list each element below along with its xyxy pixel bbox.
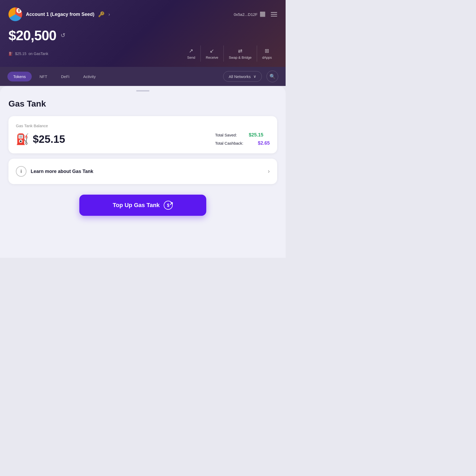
send-button[interactable]: ↗ Send bbox=[182, 45, 200, 62]
address-badge[interactable]: 0x5a2...D12F ⬜ bbox=[234, 11, 266, 17]
sheet-handle bbox=[136, 90, 149, 91]
gas-balance: $25.15 bbox=[15, 52, 26, 56]
balance-right: Total Saved: $25.15 Total Cashback: $2.6… bbox=[215, 132, 270, 146]
swap-bridge-button[interactable]: ⇄ Swap & Bridge bbox=[223, 45, 257, 62]
account-right: 0x5a2...D12F ⬜ bbox=[234, 11, 277, 17]
svg-text:$: $ bbox=[167, 203, 169, 208]
receive-button[interactable]: ↙ Receive bbox=[200, 45, 223, 62]
coin-cashback-icon: $ bbox=[163, 200, 173, 210]
balance-left: ⛽ $25.15 bbox=[16, 133, 65, 145]
search-button[interactable]: 🔍 bbox=[267, 71, 278, 82]
receive-icon: ↙ bbox=[210, 48, 214, 54]
tab-nft[interactable]: NFT bbox=[34, 72, 53, 81]
networks-label: All Networks bbox=[229, 74, 251, 79]
send-icon: ↗ bbox=[189, 48, 193, 54]
hamburger-line-2 bbox=[271, 14, 277, 15]
chevron-right-icon: › bbox=[108, 12, 110, 17]
chevron-down-icon: ∨ bbox=[253, 74, 256, 79]
avatar: 🦉 bbox=[8, 7, 22, 21]
balance-card-inner: ⛽ $25.15 Total Saved: $25.15 Total Cashb… bbox=[16, 132, 270, 146]
learn-left: i Learn more about Gas Tank bbox=[16, 166, 93, 177]
topup-gas-tank-button[interactable]: Top Up Gas Tank $ bbox=[79, 195, 206, 216]
total-saved-label: Total Saved: bbox=[215, 133, 237, 137]
total-saved-row: Total Saved: $25.15 bbox=[215, 132, 270, 138]
refresh-icon[interactable]: ↺ bbox=[61, 32, 65, 39]
gas-info: ⛽ $25.15 on GasTank bbox=[8, 52, 48, 56]
address-text: 0x5a2...D12F bbox=[234, 12, 258, 17]
balance-row: $20,500 ↺ bbox=[8, 28, 277, 43]
total-saved-value: $25.15 bbox=[242, 132, 263, 138]
account-name: Account 1 (Legacy from Seed) bbox=[26, 12, 94, 17]
receive-label: Receive bbox=[206, 56, 218, 59]
total-cashback-label: Total Cashback: bbox=[215, 141, 243, 145]
swap-icon: ⇄ bbox=[238, 48, 242, 54]
tab-tokens[interactable]: Tokens bbox=[7, 72, 32, 81]
copy-icon: ⬜ bbox=[260, 11, 266, 17]
learn-more-text: Learn more about Gas Tank bbox=[31, 169, 93, 174]
key-icon: 🔑 bbox=[98, 11, 105, 17]
avatar-owl: 🦉 bbox=[16, 8, 22, 13]
total-cashback-value: $2.65 bbox=[249, 140, 270, 146]
tabs-row: Tokens NFT DeFi Activity All Networks ∨ … bbox=[0, 67, 286, 86]
action-buttons: ↗ Send ↙ Receive ⇄ Swap & Bridge ⊞ dApps bbox=[182, 45, 277, 62]
balance-card-label: Gas Tank Balance bbox=[16, 123, 270, 128]
tab-defi[interactable]: DeFi bbox=[55, 72, 75, 81]
gas-tank-balance-value: $25.15 bbox=[33, 133, 65, 145]
info-icon: i bbox=[16, 166, 26, 177]
gas-pump-small-icon: ⛽ bbox=[8, 52, 13, 56]
account-left: 🦉 Account 1 (Legacy from Seed) 🔑 › bbox=[8, 7, 110, 21]
topup-label: Top Up Gas Tank bbox=[113, 202, 160, 209]
bottom-sheet: Gas Tank Gas Tank Balance ⛽ $25.15 Total… bbox=[0, 86, 286, 258]
search-icon: 🔍 bbox=[269, 74, 275, 79]
dapps-label: dApps bbox=[262, 56, 272, 59]
portfolio-balance: $20,500 bbox=[8, 28, 56, 43]
gas-pump-icon: ⛽ bbox=[16, 133, 29, 145]
gas-tank-balance-card: Gas Tank Balance ⛽ $25.15 Total Saved: $… bbox=[8, 116, 277, 153]
chevron-right-icon: › bbox=[268, 168, 270, 175]
page-title: Gas Tank bbox=[8, 99, 277, 109]
gas-label: on GasTank bbox=[29, 52, 48, 56]
dapps-icon: ⊞ bbox=[265, 48, 269, 54]
actions-row: ⛽ $25.15 on GasTank ↗ Send ↙ Receive ⇄ S… bbox=[8, 45, 277, 62]
hamburger-menu[interactable] bbox=[271, 12, 277, 16]
account-row: 🦉 Account 1 (Legacy from Seed) 🔑 › 0x5a2… bbox=[8, 7, 277, 21]
networks-dropdown[interactable]: All Networks ∨ bbox=[223, 71, 262, 82]
hamburger-line-1 bbox=[271, 12, 277, 13]
learn-more-card[interactable]: i Learn more about Gas Tank › bbox=[8, 159, 277, 184]
hamburger-line-3 bbox=[271, 16, 277, 16]
wallet-header: 🦉 Account 1 (Legacy from Seed) 🔑 › 0x5a2… bbox=[0, 0, 286, 67]
send-label: Send bbox=[187, 56, 195, 59]
tab-activity[interactable]: Activity bbox=[77, 72, 102, 81]
dapps-button[interactable]: ⊞ dApps bbox=[257, 45, 277, 62]
total-cashback-row: Total Cashback: $2.65 bbox=[215, 140, 270, 146]
swap-label: Swap & Bridge bbox=[229, 56, 251, 59]
